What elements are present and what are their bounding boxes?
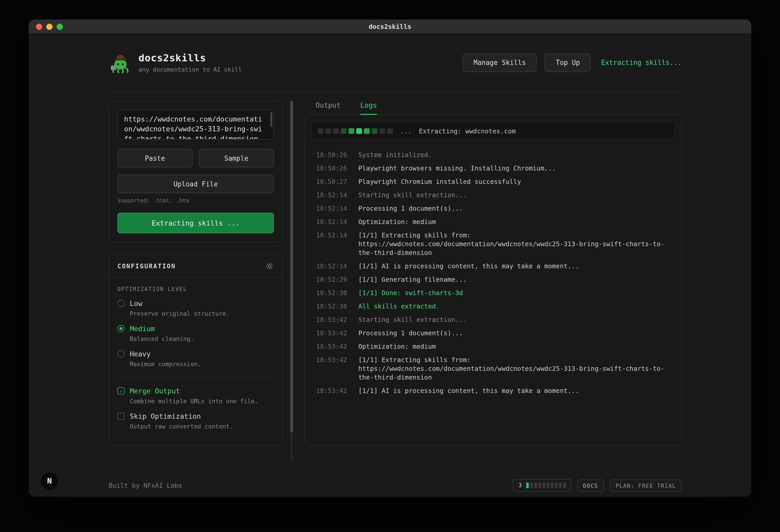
url-input[interactable]: https://wwdcnotes.com/documentation/wwdc… xyxy=(117,110,274,140)
log-message: [1/1] AI is processing content, this may… xyxy=(358,386,670,395)
credit-bars xyxy=(526,483,566,488)
configuration-title: CONFIGURATION xyxy=(117,262,176,270)
plan-badge: PLAN: FREE TRIAL xyxy=(610,479,682,492)
credit-bar xyxy=(546,483,549,488)
progress-square xyxy=(325,128,331,134)
optimization-level-option[interactable]: MediumBalanced cleaning. xyxy=(117,325,274,342)
app-title: docs2skills xyxy=(139,52,242,63)
optimization-level-description: Maximum compression. xyxy=(130,360,274,368)
log-timestamp: 18:53:42 xyxy=(316,315,349,324)
progress-ellipsis: ... xyxy=(400,127,411,135)
log-timestamp: 18:50:26 xyxy=(316,150,349,159)
upload-file-button[interactable]: Upload File xyxy=(117,175,274,193)
radio-icon xyxy=(117,300,125,307)
credit-bar xyxy=(526,483,529,488)
credits-widget: 3 xyxy=(513,479,571,492)
log-entry: 18:52:14Starting skill extraction... xyxy=(316,191,670,199)
optimization-level-name: Heavy xyxy=(130,350,151,358)
credit-bar xyxy=(555,483,557,488)
progress-square xyxy=(380,128,385,134)
extraction-status-text: Extracting skills... xyxy=(601,59,682,66)
log-entry: 18:52:29[1/1] Generating filename... xyxy=(316,275,670,284)
configuration-card: CONFIGURATION OPTIMIZATION LEVEL xyxy=(109,254,283,446)
window-title: docs2skills xyxy=(369,23,411,31)
options-group: ✓Merge OutputCombine multiple URLs into … xyxy=(117,377,274,430)
tab-output[interactable]: Output xyxy=(315,101,341,115)
url-input-scrollbar xyxy=(270,112,272,127)
credit-bar xyxy=(542,483,545,488)
zoom-window-button[interactable] xyxy=(57,24,63,30)
log-message: Starting skill extraction... xyxy=(358,191,670,199)
checkbox-icon: ✓ xyxy=(117,387,125,394)
extract-skills-button[interactable]: Extracting skills ... xyxy=(117,213,274,233)
supported-formats-note: Supported: .html, .htm xyxy=(117,197,274,203)
logs-panel: ... Extracting: wwdcnotes.com 18:50:26Sy… xyxy=(304,115,682,446)
octopus-logo-icon xyxy=(109,51,131,74)
brand: docs2skills any documentation to AI skil… xyxy=(109,51,242,74)
log-entry: 18:52:14[1/1] AI is processing content, … xyxy=(316,261,670,271)
extraction-progress-strip: ... Extracting: wwdcnotes.com xyxy=(311,122,675,140)
log-list: 18:50:26System initialized.18:50:26Playw… xyxy=(305,146,681,406)
checkbox-icon: ✓ xyxy=(117,413,125,420)
log-message: Playwright browsers missing. Installing … xyxy=(358,164,670,173)
option-checkbox-item[interactable]: ✓Merge OutputCombine multiple URLs into … xyxy=(117,387,274,405)
docs-button[interactable]: DOCS xyxy=(577,479,604,492)
credit-bar xyxy=(538,483,541,488)
close-window-button[interactable] xyxy=(36,24,42,30)
progress-square xyxy=(333,128,339,134)
option-name: Merge Output xyxy=(130,387,180,395)
tab-logs[interactable]: Logs xyxy=(360,101,377,115)
left-sidebar: https://wwdcnotes.com/documentation/wwdc… xyxy=(109,101,283,462)
log-timestamp: 18:50:27 xyxy=(316,177,349,186)
log-timestamp: 18:53:42 xyxy=(316,329,349,337)
log-timestamp: 18:53:42 xyxy=(316,342,349,351)
credit-bar xyxy=(559,483,562,488)
log-message: Processing 1 document(s)... xyxy=(358,204,670,213)
radio-icon xyxy=(117,325,125,332)
sidebar-scrollbar-thumb[interactable] xyxy=(290,101,293,433)
sample-button[interactable]: Sample xyxy=(199,149,274,167)
log-timestamp: 18:52:30 xyxy=(316,288,349,297)
progress-square xyxy=(318,128,323,134)
log-message: [1/1] Extracting skills from: https://ww… xyxy=(358,231,670,257)
log-message: [1/1] Generating filename... xyxy=(358,275,670,284)
minimize-window-button[interactable] xyxy=(46,24,52,30)
log-message: Optimization: medium xyxy=(358,342,670,351)
progress-squares xyxy=(318,128,393,134)
log-timestamp: 18:52:14 xyxy=(316,204,349,213)
nfxai-logo-badge[interactable]: N xyxy=(40,472,59,490)
optimization-level-option[interactable]: LowPreserve original structure. xyxy=(117,299,274,317)
credit-bar xyxy=(563,483,566,488)
optimization-level-option[interactable]: HeavyMaximum compression. xyxy=(117,350,274,368)
progress-square xyxy=(356,128,362,134)
credit-bar xyxy=(530,483,533,488)
optimization-level-description: Preserve original structure. xyxy=(130,310,274,317)
log-timestamp: 18:52:14 xyxy=(316,217,349,226)
url-input-card: https://wwdcnotes.com/documentation/wwdc… xyxy=(109,101,283,242)
plan-label: PLAN: FREE TRIAL xyxy=(616,482,676,488)
option-checkbox-item[interactable]: ✓Skip OptimizationOutput raw converted c… xyxy=(117,412,274,430)
optimization-level-name: Medium xyxy=(130,325,155,333)
log-message: System initialized. xyxy=(358,150,670,159)
app-header: docs2skills any documentation to AI skil… xyxy=(109,34,682,92)
log-message: [1/1] Done: swift-charts-3d xyxy=(358,288,670,297)
option-name: Skip Optimization xyxy=(130,412,201,420)
log-timestamp: 18:50:26 xyxy=(316,164,349,173)
optimization-level-name: Low xyxy=(130,299,142,307)
docs-label: DOCS xyxy=(583,482,598,488)
progress-square xyxy=(341,128,346,134)
log-message: All skills extracted. xyxy=(358,302,670,310)
traffic-lights xyxy=(36,24,63,30)
log-message: [1/1] Extracting skills from: https://ww… xyxy=(358,355,670,382)
progress-square xyxy=(349,128,354,134)
log-timestamp: 18:52:30 xyxy=(316,302,349,310)
gear-icon[interactable] xyxy=(265,261,274,271)
log-message: Processing 1 document(s)... xyxy=(358,329,670,337)
log-timestamp: 18:52:14 xyxy=(316,231,349,257)
paste-button[interactable]: Paste xyxy=(117,149,193,167)
log-entry: 18:50:26Playwright browsers missing. Ins… xyxy=(316,164,670,173)
top-up-button[interactable]: Top Up xyxy=(545,53,591,72)
credits-count: 3 xyxy=(519,482,522,489)
manage-skills-button[interactable]: Manage Skills xyxy=(462,53,537,72)
log-message: Playwright Chromium installed successful… xyxy=(358,177,670,186)
